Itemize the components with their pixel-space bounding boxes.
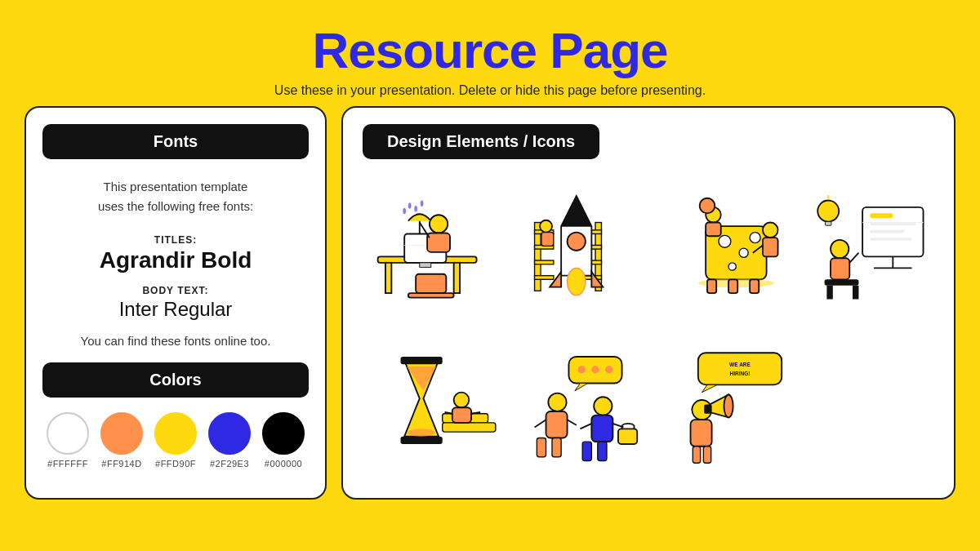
swatch-label-blue: #2F29E3 <box>210 459 249 469</box>
svg-point-33 <box>719 235 731 247</box>
main-content: Fonts This presentation template uses th… <box>0 106 980 514</box>
svg-rect-51 <box>870 230 904 233</box>
svg-rect-6 <box>416 274 446 293</box>
swatch-label-orange: #FF914D <box>101 459 141 469</box>
body-value: Inter Regular <box>119 298 233 321</box>
design-header: Design Elements / Icons <box>363 124 599 159</box>
svg-rect-20 <box>534 276 553 280</box>
svg-text:HIRING!: HIRING! <box>730 371 751 376</box>
svg-point-13 <box>408 202 412 208</box>
svg-rect-88 <box>582 442 591 460</box>
swatch-circle-black <box>262 412 305 455</box>
fonts-description: This presentation template uses the foll… <box>98 177 253 216</box>
svg-text:WE ARE: WE ARE <box>729 362 751 367</box>
svg-point-77 <box>605 366 612 373</box>
svg-rect-7 <box>408 293 454 298</box>
svg-rect-96 <box>691 420 712 447</box>
svg-rect-68 <box>443 422 496 431</box>
illus-hourglass <box>363 330 500 482</box>
svg-rect-38 <box>706 223 721 237</box>
svg-rect-61 <box>826 286 832 300</box>
swatch-blue: #2F29E3 <box>208 412 251 469</box>
svg-rect-46 <box>750 279 759 293</box>
fonts-header: Fonts <box>42 124 309 159</box>
illus-person-umbrella <box>363 169 500 322</box>
svg-point-84 <box>594 397 612 415</box>
fonts-find: You can find these fonts online too. <box>81 334 271 348</box>
color-swatches: #FFFFFF #FF914D #FFD90F #2F29E3 #000000 <box>47 412 305 469</box>
svg-rect-90 <box>617 429 636 444</box>
illus-whiteboard <box>798 169 935 322</box>
svg-point-69 <box>454 392 470 407</box>
swatch-label-yellow: #FFD90F <box>155 459 196 469</box>
titles-value: Agrandir Bold <box>100 247 252 273</box>
svg-rect-64 <box>401 356 443 363</box>
svg-point-34 <box>739 248 748 257</box>
svg-rect-70 <box>452 407 471 423</box>
svg-line-63 <box>849 253 858 263</box>
illus-people-talking <box>508 330 645 482</box>
swatch-white: #FFFFFF <box>47 412 89 469</box>
svg-rect-49 <box>870 213 893 218</box>
titles-label: TITLES: <box>154 234 197 246</box>
right-panel: Design Elements / Icons <box>341 106 956 500</box>
svg-point-98 <box>724 394 733 417</box>
colors-header: Colors <box>42 362 309 398</box>
svg-rect-91 <box>698 353 782 384</box>
swatch-orange: #FF914D <box>100 412 143 469</box>
page-subtitle: Use these in your presentation. Delete o… <box>0 83 980 98</box>
svg-point-8 <box>430 215 448 233</box>
svg-point-30 <box>540 220 552 233</box>
svg-rect-100 <box>703 446 710 462</box>
swatch-circle-yellow <box>154 412 197 455</box>
svg-point-29 <box>567 268 585 295</box>
svg-marker-74 <box>574 383 587 390</box>
svg-rect-50 <box>870 223 915 226</box>
swatch-black: #000000 <box>262 412 305 469</box>
illus-cheese-people <box>653 169 790 322</box>
svg-rect-89 <box>597 442 606 460</box>
svg-rect-4 <box>420 263 431 268</box>
svg-rect-85 <box>591 415 612 442</box>
svg-rect-9 <box>427 233 450 252</box>
svg-rect-52 <box>870 238 911 241</box>
svg-point-12 <box>403 208 406 214</box>
svg-point-66 <box>408 429 434 436</box>
svg-rect-44 <box>707 279 716 293</box>
svg-point-15 <box>421 201 424 207</box>
svg-rect-62 <box>853 286 858 300</box>
svg-point-58 <box>831 240 849 258</box>
svg-rect-79 <box>546 411 567 438</box>
swatch-circle-white <box>47 412 89 455</box>
swatch-label-black: #000000 <box>265 459 302 469</box>
swatch-circle-blue <box>208 412 251 455</box>
svg-line-80 <box>534 420 546 427</box>
swatch-label-white: #FFFFFF <box>47 459 88 469</box>
svg-point-78 <box>548 393 566 411</box>
swatch-circle-orange <box>100 412 143 455</box>
svg-point-42 <box>700 198 715 214</box>
illus-empty <box>798 330 935 482</box>
svg-rect-83 <box>551 438 560 456</box>
svg-rect-31 <box>541 233 553 247</box>
svg-line-81 <box>567 420 576 425</box>
swatch-yellow: #FFD90F <box>154 412 197 469</box>
svg-point-76 <box>591 366 599 373</box>
svg-rect-65 <box>401 436 443 443</box>
svg-rect-59 <box>831 258 849 279</box>
svg-point-14 <box>414 206 417 211</box>
body-label: BODY TEXT: <box>142 285 208 296</box>
svg-rect-19 <box>534 260 553 264</box>
svg-point-35 <box>728 263 736 270</box>
svg-point-26 <box>567 233 585 251</box>
svg-point-55 <box>817 201 839 222</box>
svg-rect-1 <box>385 263 391 293</box>
svg-point-36 <box>750 233 760 243</box>
svg-rect-45 <box>728 279 737 293</box>
svg-rect-40 <box>763 238 778 256</box>
svg-point-75 <box>577 366 585 373</box>
svg-rect-97 <box>704 404 711 413</box>
illus-rocket <box>508 169 645 322</box>
svg-rect-99 <box>693 446 700 462</box>
illustrations-grid: WE ARE HIRING! <box>363 169 934 482</box>
